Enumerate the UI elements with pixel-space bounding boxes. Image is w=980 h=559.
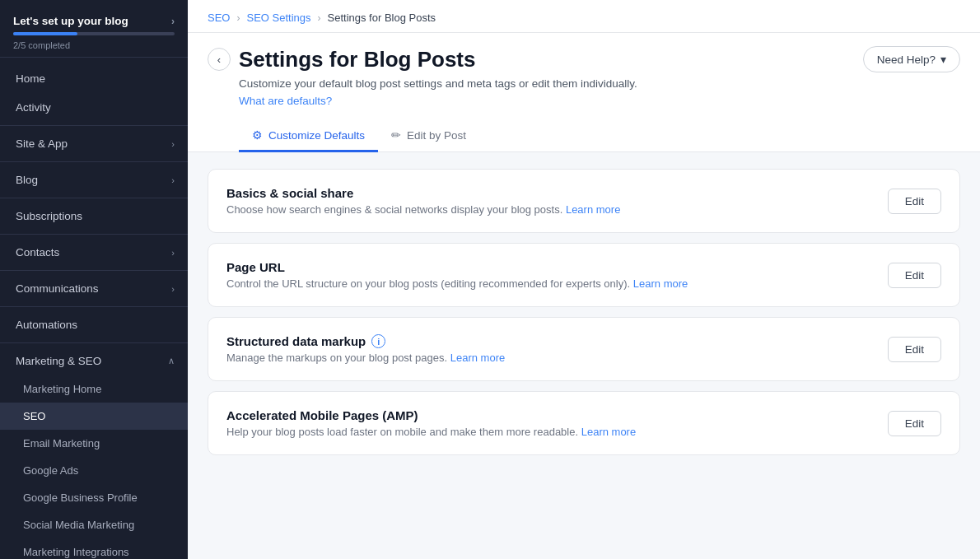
chevron-right-icon: › bbox=[171, 248, 175, 258]
breadcrumb-current: Settings for Blog Posts bbox=[328, 12, 436, 24]
sidebar-item-automations[interactable]: Automations bbox=[0, 310, 188, 339]
breadcrumb: SEO › SEO Settings › Settings for Blog P… bbox=[188, 0, 980, 33]
setting-card-structured-data: Structured data markup i Manage the mark… bbox=[208, 317, 960, 381]
back-button[interactable]: ‹ bbox=[208, 48, 231, 71]
sidebar-item-email-marketing[interactable]: Email Marketing bbox=[0, 430, 188, 457]
progress-bar-fill bbox=[13, 32, 77, 35]
nav-divider-7 bbox=[0, 342, 188, 343]
what-are-defaults-link[interactable]: What are defaults? bbox=[208, 95, 332, 107]
basics-edit-button[interactable]: Edit bbox=[888, 189, 941, 214]
sidebar-item-seo[interactable]: SEO bbox=[0, 403, 188, 430]
progress-bar-track bbox=[13, 32, 175, 35]
sidebar-item-google-ads[interactable]: Google Ads bbox=[0, 457, 188, 484]
sidebar-item-contacts[interactable]: Contacts › bbox=[0, 238, 188, 267]
tab-edit-by-post[interactable]: ✏ Edit by Post bbox=[378, 120, 479, 152]
page-url-edit-button[interactable]: Edit bbox=[888, 263, 941, 288]
sidebar-item-subscriptions[interactable]: Subscriptions bbox=[0, 202, 188, 231]
chevron-right-icon: › bbox=[171, 175, 175, 185]
sidebar-nav: Home Activity Site & App › Blog › Subscr… bbox=[0, 58, 188, 559]
setting-amp-title: Accelerated Mobile Pages (AMP) bbox=[226, 408, 888, 422]
tabs: ⚙ Customize Defaults ✏ Edit by Post bbox=[208, 120, 960, 151]
structured-learn-more-link[interactable]: Learn more bbox=[450, 352, 505, 364]
breadcrumb-sep-1: › bbox=[236, 12, 240, 24]
progress-label: 2/5 completed bbox=[13, 40, 175, 50]
setting-basics-title: Basics & social share bbox=[226, 186, 888, 200]
tab-edit-by-post-label: Edit by Post bbox=[407, 129, 466, 142]
page-url-learn-more-link[interactable]: Learn more bbox=[633, 277, 688, 290]
pencil-icon: ✏ bbox=[391, 128, 401, 142]
tab-customize-defaults-label: Customize Defaults bbox=[268, 129, 365, 142]
page-title-row: ‹ Settings for Blog Posts Need Help? ▾ bbox=[208, 46, 960, 72]
page-title: Settings for Blog Posts bbox=[239, 47, 475, 72]
sidebar-item-google-business[interactable]: Google Business Profile bbox=[0, 484, 188, 511]
sidebar-setup-title[interactable]: Let's set up your blog › bbox=[13, 15, 175, 27]
sidebar-header: Let's set up your blog › 2/5 completed bbox=[0, 0, 188, 58]
chevron-up-icon: ∧ bbox=[168, 356, 175, 366]
nav-divider-3 bbox=[0, 198, 188, 198]
nav-divider-6 bbox=[0, 306, 188, 307]
nav-divider-4 bbox=[0, 234, 188, 235]
setting-page-url-title: Page URL bbox=[226, 260, 888, 274]
need-help-button[interactable]: Need Help? ▾ bbox=[863, 46, 960, 72]
sidebar-item-activity[interactable]: Activity bbox=[0, 93, 188, 122]
settings-content: Basics & social share Choose how search … bbox=[188, 152, 980, 472]
nav-divider-1 bbox=[0, 125, 188, 126]
chevron-right-icon: › bbox=[171, 284, 175, 294]
chevron-down-icon: ▾ bbox=[940, 53, 946, 66]
setting-card-basics-social: Basics & social share Choose how search … bbox=[208, 169, 960, 233]
setting-structured-title: Structured data markup i bbox=[226, 334, 888, 348]
breadcrumb-seo[interactable]: SEO bbox=[208, 12, 230, 24]
nav-divider-5 bbox=[0, 270, 188, 271]
structured-edit-button[interactable]: Edit bbox=[888, 337, 941, 362]
sidebar-item-blog[interactable]: Blog › bbox=[0, 165, 188, 194]
page-title-left: ‹ Settings for Blog Posts bbox=[208, 47, 475, 72]
sidebar-item-marketing-integrations[interactable]: Marketing Integrations bbox=[0, 538, 188, 559]
chevron-right-icon: › bbox=[171, 16, 175, 27]
amp-learn-more-link[interactable]: Learn more bbox=[581, 426, 636, 438]
sidebar: Let's set up your blog › 2/5 completed H… bbox=[0, 0, 188, 559]
setting-amp-desc: Help your blog posts load faster on mobi… bbox=[226, 426, 888, 438]
sidebar-item-marketing-home[interactable]: Marketing Home bbox=[0, 375, 188, 403]
tab-customize-defaults[interactable]: ⚙ Customize Defaults bbox=[239, 120, 378, 152]
setting-structured-body: Structured data markup i Manage the mark… bbox=[226, 334, 888, 364]
setting-amp-body: Accelerated Mobile Pages (AMP) Help your… bbox=[226, 408, 888, 438]
amp-edit-button[interactable]: Edit bbox=[888, 411, 941, 436]
chevron-right-icon: › bbox=[171, 139, 175, 149]
sidebar-item-home[interactable]: Home bbox=[0, 64, 188, 93]
setting-structured-desc: Manage the markups on your blog post pag… bbox=[226, 352, 888, 364]
info-icon: i bbox=[371, 334, 385, 348]
sidebar-item-marketing-seo[interactable]: Marketing & SEO ∧ bbox=[0, 347, 188, 375]
setting-page-url-desc: Control the URL structure on your blog p… bbox=[226, 277, 888, 290]
breadcrumb-seo-settings[interactable]: SEO Settings bbox=[246, 12, 310, 24]
setting-basics-desc: Choose how search engines & social netwo… bbox=[226, 203, 888, 216]
sidebar-item-communications[interactable]: Communications › bbox=[0, 274, 188, 303]
setting-card-page-url: Page URL Control the URL structure on yo… bbox=[208, 243, 960, 307]
sidebar-item-site-app[interactable]: Site & App › bbox=[0, 129, 188, 158]
need-help-label: Need Help? bbox=[877, 54, 936, 66]
main-content: SEO › SEO Settings › Settings for Blog P… bbox=[188, 0, 980, 559]
breadcrumb-sep-2: › bbox=[318, 12, 321, 24]
setting-card-amp: Accelerated Mobile Pages (AMP) Help your… bbox=[208, 391, 960, 455]
sidebar-item-social-media[interactable]: Social Media Marketing bbox=[0, 511, 188, 538]
setting-basics-body: Basics & social share Choose how search … bbox=[226, 186, 888, 216]
basics-learn-more-link[interactable]: Learn more bbox=[566, 203, 620, 216]
gear-icon: ⚙ bbox=[252, 128, 263, 142]
page-subtitle: Customize your default blog post setting… bbox=[208, 77, 960, 90]
page-header: ‹ Settings for Blog Posts Need Help? ▾ C… bbox=[188, 33, 980, 152]
setup-label: Let's set up your blog bbox=[13, 15, 128, 27]
nav-divider-2 bbox=[0, 161, 188, 162]
setting-page-url-body: Page URL Control the URL structure on yo… bbox=[226, 260, 888, 290]
